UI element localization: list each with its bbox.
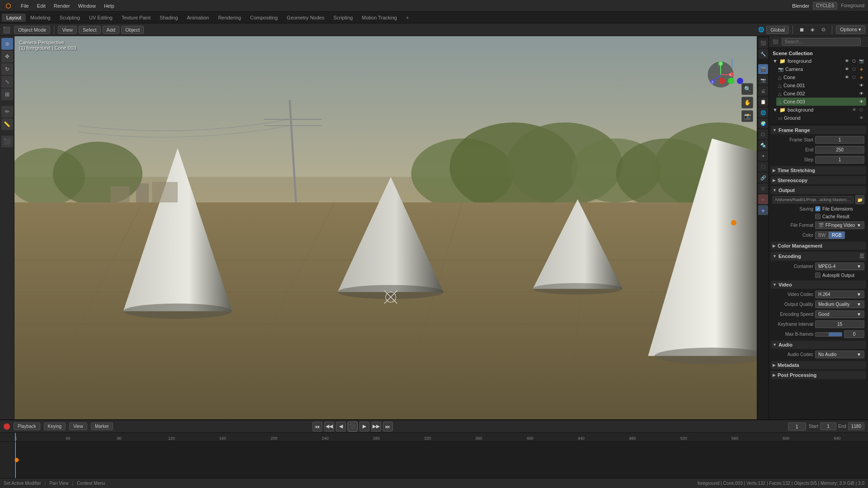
eye-icon-camera[interactable]: 👁 bbox=[844, 66, 850, 72]
maxb-slider[interactable] bbox=[815, 332, 842, 337]
object-props-icon[interactable]: ⬡ bbox=[758, 129, 768, 139]
shader-icon[interactable]: ◈ bbox=[758, 205, 768, 215]
tab-sculpting[interactable]: Sculpting bbox=[55, 14, 85, 22]
cursor-tool[interactable]: ⊕ bbox=[1, 38, 13, 50]
view-menu-timeline[interactable]: View bbox=[69, 422, 87, 430]
menu-file[interactable]: File bbox=[17, 2, 33, 9]
menu-window[interactable]: Window bbox=[75, 2, 99, 9]
scene-icon[interactable]: 🌐 bbox=[758, 108, 768, 117]
frame-start-value[interactable]: 1 bbox=[815, 136, 864, 144]
green-dot-btn[interactable] bbox=[728, 78, 734, 84]
material-preview-btn[interactable]: ◈ bbox=[807, 25, 817, 35]
tab-motion-tracking[interactable]: Motion Tracking bbox=[357, 14, 401, 22]
zoom-in-btn[interactable]: 🔍 bbox=[741, 83, 753, 95]
file-extensions-checkbox[interactable] bbox=[815, 206, 821, 211]
post-proc-header[interactable]: ▶ Post Processing bbox=[771, 371, 866, 379]
transform-tool[interactable]: ⊞ bbox=[1, 89, 13, 100]
keyframe-interval-value[interactable]: 15 bbox=[815, 320, 864, 328]
view-menu[interactable]: View bbox=[58, 26, 77, 34]
file-format-dropdown[interactable]: 🎬 FFmpeg Video ▼ bbox=[815, 221, 864, 229]
tab-geometry-nodes[interactable]: Geometry Nodes bbox=[282, 14, 329, 22]
tab-rendering[interactable]: Rendering bbox=[213, 14, 245, 22]
tab-animation[interactable]: Animation bbox=[183, 14, 214, 22]
hand-tool-btn[interactable]: ✋ bbox=[741, 97, 753, 108]
camera-view-btn[interactable]: 📸 bbox=[741, 110, 753, 122]
timeline-track[interactable] bbox=[0, 442, 868, 478]
annotate-tool[interactable]: ✏ bbox=[1, 106, 13, 117]
viewport-icon-cone[interactable]: ⬡ bbox=[851, 74, 857, 80]
frame-end-value[interactable]: 250 bbox=[815, 146, 864, 154]
rendered-btn[interactable]: ⊙ bbox=[818, 25, 828, 35]
step-forward-btn[interactable]: ▶▶ bbox=[371, 422, 381, 432]
audio-codec-dropdown[interactable]: No Audio ▼ bbox=[815, 351, 864, 358]
output-folder-btn[interactable]: 📁 bbox=[855, 195, 864, 204]
output-path-display[interactable]: /Volumes/Raid01/Proje...acking Mastercla… bbox=[773, 196, 854, 203]
video-codec-dropdown[interactable]: H.264 ▼ bbox=[815, 291, 864, 298]
play-reverse-btn[interactable]: ◀ bbox=[336, 422, 346, 432]
active-tool-icon[interactable]: 🔧 bbox=[758, 49, 768, 59]
stop-btn[interactable]: ⬛ bbox=[348, 422, 358, 432]
collection-ground[interactable]: ▭ Ground 👁 bbox=[776, 114, 866, 122]
record-btn[interactable] bbox=[4, 423, 10, 430]
start-value[interactable]: 1 bbox=[820, 422, 836, 430]
collection-cone003[interactable]: △ Cone.003 👁 bbox=[776, 98, 866, 106]
metadata-header[interactable]: ▶ Metadata bbox=[771, 361, 866, 369]
collection-cone[interactable]: △ Cone 👁 ⬡ ◈ bbox=[776, 73, 866, 81]
tab-shading[interactable]: Shading bbox=[155, 14, 182, 22]
tab-uv-editing[interactable]: UV Editing bbox=[85, 14, 117, 22]
world-icon[interactable]: 🌍 bbox=[758, 118, 768, 128]
global-selector[interactable]: Global bbox=[766, 26, 789, 34]
eye-icon-cone001[interactable]: 👁 bbox=[858, 82, 864, 89]
viewport-icon-camera[interactable]: ⬡ bbox=[851, 66, 857, 72]
add-menu[interactable]: Add bbox=[103, 26, 120, 34]
video-header[interactable]: ▼ Video bbox=[771, 281, 866, 289]
encoding-speed-dropdown[interactable]: Good ▼ bbox=[815, 310, 864, 318]
data-icon[interactable]: ▽ bbox=[758, 183, 768, 193]
tab-layout[interactable]: Layout bbox=[2, 14, 26, 22]
solid-shading-btn[interactable]: ◼ bbox=[797, 25, 807, 35]
viewport-icon-bg[interactable]: ⬡ bbox=[858, 107, 864, 113]
audio-header[interactable]: ▼ Audio bbox=[771, 341, 866, 349]
container-dropdown[interactable]: MPEG-4 ▼ bbox=[815, 263, 864, 270]
keying-menu[interactable]: Keying bbox=[44, 422, 66, 430]
play-btn[interactable]: ▶ bbox=[359, 422, 369, 432]
tab-modeling[interactable]: Modeling bbox=[26, 14, 55, 22]
options-btn[interactable]: Options ▾ bbox=[836, 25, 865, 34]
eye-icon-cone002[interactable]: 👁 bbox=[858, 90, 864, 97]
menu-edit[interactable]: Edit bbox=[33, 2, 49, 9]
color-bw-btn[interactable]: BW bbox=[815, 231, 829, 239]
red-dot-btn[interactable] bbox=[719, 78, 725, 84]
output-header[interactable]: ▼ Output bbox=[771, 186, 866, 194]
eye-icon-cone[interactable]: 👁 bbox=[844, 74, 850, 80]
particles-icon[interactable]: ✦ bbox=[758, 151, 768, 161]
properties-search-input[interactable] bbox=[782, 38, 861, 46]
render-icon-camera[interactable]: ◈ bbox=[858, 66, 864, 72]
collection-background[interactable]: ▼ 📁 background 👁 ⬡ bbox=[771, 106, 866, 114]
collection-camera[interactable]: 📷 Camera 👁 ⬡ ◈ bbox=[776, 65, 866, 73]
eye-icon-foreground[interactable]: 👁 bbox=[844, 58, 850, 64]
modifier-icon[interactable]: 🔩 bbox=[758, 140, 768, 150]
cache-result-checkbox[interactable] bbox=[815, 214, 821, 219]
frame-range-header[interactable]: ▼ Frame Range bbox=[771, 126, 866, 134]
tab-add-workspace[interactable]: + bbox=[401, 14, 413, 22]
marker-menu[interactable]: Marker bbox=[91, 422, 113, 430]
eye-icon-cone003[interactable]: 👁 bbox=[858, 99, 864, 105]
encoding-header[interactable]: ▼ Encoding ☰ bbox=[771, 252, 866, 261]
tab-compositing[interactable]: Compositing bbox=[245, 14, 282, 22]
eye-icon-bg[interactable]: 👁 bbox=[851, 107, 857, 113]
jump-end-btn[interactable]: ⏭ bbox=[383, 422, 393, 432]
rotate-tool[interactable]: ↻ bbox=[1, 63, 13, 75]
add-cube-tool[interactable]: ⬛ bbox=[1, 136, 13, 147]
autosplit-checkbox[interactable] bbox=[815, 272, 821, 278]
jump-start-btn[interactable]: ⏮ bbox=[312, 422, 322, 432]
select-menu[interactable]: Select bbox=[79, 26, 101, 34]
3d-viewport[interactable]: Camera Perspective (1) foreground | Cone… bbox=[14, 36, 757, 419]
collection-cone001[interactable]: △ Cone.001 👁 bbox=[776, 81, 866, 89]
navigation-gizmo[interactable]: X Y Z bbox=[707, 61, 734, 88]
tool-properties-icon[interactable]: ⬛ bbox=[758, 38, 768, 48]
tab-scripting[interactable]: Scripting bbox=[329, 14, 357, 22]
measure-tool[interactable]: 📏 bbox=[1, 118, 13, 130]
current-frame-display[interactable]: 1 bbox=[788, 422, 806, 431]
move-tool[interactable]: ✥ bbox=[1, 51, 13, 62]
collection-foreground[interactable]: ▼ 📁 foreground 👁 ⬡ 📷 bbox=[771, 57, 866, 65]
